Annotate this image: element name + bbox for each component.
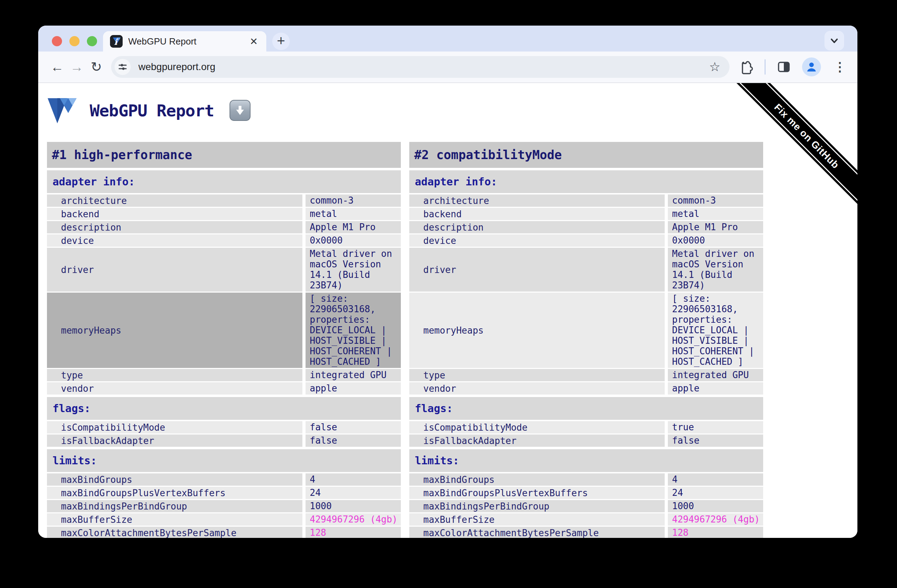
page-content: Fix me on GitHub WebGPU Report #1 high-p… [38,83,857,538]
table-row: vendorapple [47,382,401,395]
section-header: flags: [47,397,401,420]
address-bar[interactable]: webgpureport.org ☆ [111,56,730,78]
table-row: device0x0000 [47,234,401,247]
section-header: adapter info: [47,170,401,193]
report-section: adapter info:architecturecommon-3backend… [409,170,763,395]
download-report-button[interactable] [230,100,251,121]
row-key: type [47,369,302,381]
row-value: 4 [306,473,401,486]
row-key: description [47,221,302,233]
webgpu-logo-icon [47,95,79,126]
row-value: Apple M1 Pro [668,221,763,233]
table-row: architecturecommon-3 [409,194,763,207]
row-key: vendor [47,382,302,395]
row-key: maxBindGroupsPlusVertexBuffers [47,487,302,499]
row-key: maxColorAttachmentBytesPerSample [409,527,665,538]
extensions-icon[interactable] [739,59,754,75]
fullscreen-window-button[interactable] [87,36,97,46]
row-key: maxBindGroupsPlusVertexBuffers [409,487,665,499]
row-key: maxColorAttachmentBytesPerSample [47,527,302,538]
adapter-column: #2 compatibilityModeadapter info:archite… [409,142,763,538]
table-row: driverMetal driver on macOS Version 14.1… [47,248,401,291]
row-key: driver [409,248,665,291]
section-header: limits: [47,449,401,472]
back-button[interactable]: ← [47,57,67,77]
table-row: isFallbackAdapterfalse [409,435,763,447]
close-window-button[interactable] [52,36,62,46]
table-row: device0x0000 [409,234,763,247]
row-value: 24 [668,487,763,499]
report-section: limits:maxBindGroups4maxBindGroupsPlusVe… [409,449,763,538]
tab-strip: i WebGPU Report ✕ + [38,26,857,52]
row-key: backend [409,208,665,220]
row-key: architecture [409,194,665,207]
row-value: 1000 [668,500,763,512]
row-key: driver [47,248,302,291]
section-header: flags: [409,397,763,420]
row-key: maxBindingsPerBindGroup [47,500,302,512]
table-row: maxColorAttachmentBytesPerSample128 [47,527,401,538]
site-favicon-icon: i [110,35,122,47]
row-value: integrated GPU [668,369,763,381]
report-section: flags:isCompatibilityModetrueisFallbackA… [409,397,763,447]
row-value: [ size: 22906503168, properties: DEVICE_… [668,292,763,368]
row-key: maxBindGroups [47,473,302,486]
adapter-column: #1 high-performanceadapter info:architec… [47,142,401,538]
page-header: WebGPU Report [47,93,857,128]
reload-button[interactable]: ↻ [87,57,106,77]
row-value: common-3 [306,194,401,207]
tab-search-button[interactable] [825,31,844,51]
bookmark-star-icon[interactable]: ☆ [709,60,725,74]
minimize-window-button[interactable] [69,36,80,46]
row-key: device [409,234,665,247]
url-text[interactable]: webgpureport.org [138,61,709,72]
table-row: vendorapple [409,382,763,395]
row-value: metal [668,208,763,220]
row-value: 24 [306,487,401,499]
table-row: descriptionApple M1 Pro [409,221,763,233]
row-value: 4294967296 (4gb) [668,513,763,526]
table-row: maxBindGroupsPlusVertexBuffers24 [409,487,763,499]
row-key: isFallbackAdapter [409,435,665,447]
row-key: backend [47,208,302,220]
row-key: description [409,221,665,233]
forward-button[interactable]: → [67,57,87,77]
close-tab-icon[interactable]: ✕ [248,36,259,47]
report-section: flags:isCompatibilityModefalseisFallback… [47,397,401,447]
new-tab-button[interactable]: + [272,32,290,50]
row-key: isCompatibilityMode [409,421,665,433]
browser-tab[interactable]: i WebGPU Report ✕ [103,31,266,52]
row-value: Apple M1 Pro [306,221,401,233]
row-value: 128 [668,527,763,538]
table-row: maxBindGroups4 [47,473,401,486]
table-row: backendmetal [409,208,763,220]
tab-title: WebGPU Report [128,36,248,47]
browser-window: i WebGPU Report ✕ + ← → ↻ [38,26,857,538]
row-value: 0x0000 [668,234,763,247]
toolbar-divider [765,59,765,75]
row-value: metal [306,208,401,220]
report-columns: #1 high-performanceadapter info:architec… [47,142,857,538]
chevron-down-icon [829,35,840,46]
side-panel-icon[interactable] [776,59,791,75]
table-row: memoryHeaps[ size: 22906503168, properti… [47,292,401,368]
adapter-column-title: #1 high-performance [47,142,401,168]
site-settings-icon[interactable] [115,59,131,75]
row-value: apple [668,382,763,395]
table-row: typeintegrated GPU [409,369,763,381]
table-row: descriptionApple M1 Pro [47,221,401,233]
row-value: integrated GPU [306,369,401,381]
row-value: 128 [306,527,401,538]
profile-avatar[interactable] [802,57,821,77]
table-row: maxBindingsPerBindGroup1000 [47,500,401,512]
row-value: apple [306,382,401,395]
table-row: isCompatibilityModefalse [47,421,401,433]
table-row: maxBufferSize4294967296 (4gb) [47,513,401,526]
row-key: type [409,369,665,381]
row-key: maxBindGroups [409,473,665,486]
row-key: architecture [47,194,302,207]
row-value: 4 [668,473,763,486]
row-value: 4294967296 (4gb) [306,513,401,526]
browser-menu-button[interactable]: ⋮ [831,60,848,74]
report-section: limits:maxBindGroups4maxBindGroupsPlusVe… [47,449,401,538]
